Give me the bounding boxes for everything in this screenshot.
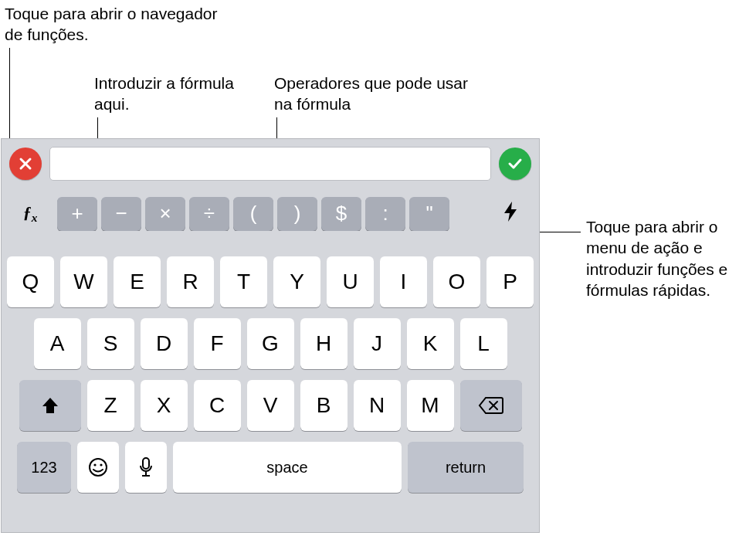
key-e[interactable]: E xyxy=(114,256,161,307)
key-m[interactable]: M xyxy=(407,380,454,431)
formula-keyboard-panel: ƒx + − × ÷ ( ) $ : " Q W E R T Y U xyxy=(1,138,540,533)
key-n[interactable]: N xyxy=(354,380,401,431)
formula-input[interactable] xyxy=(49,147,491,181)
operator-rparen[interactable]: ) xyxy=(277,197,317,231)
key-g[interactable]: G xyxy=(247,318,294,369)
mic-icon xyxy=(137,456,154,478)
operator-plus[interactable]: + xyxy=(57,197,97,231)
formula-bar xyxy=(2,139,539,188)
operator-strip: + − × ÷ ( ) $ : " xyxy=(57,197,483,231)
operator-dollar[interactable]: $ xyxy=(321,197,361,231)
key-y[interactable]: Y xyxy=(273,256,320,307)
key-row-4: 123 space return xyxy=(5,442,536,493)
key-t[interactable]: T xyxy=(220,256,267,307)
key-f[interactable]: F xyxy=(194,318,241,369)
dictation-key[interactable] xyxy=(125,442,167,493)
operator-colon[interactable]: : xyxy=(365,197,405,231)
callout-fx: Toque para abrir o navegador de funções. xyxy=(5,3,229,46)
function-browser-button[interactable]: ƒx xyxy=(9,202,51,226)
check-icon xyxy=(507,155,524,172)
key-r[interactable]: R xyxy=(167,256,214,307)
key-u[interactable]: U xyxy=(327,256,374,307)
svg-point-2 xyxy=(100,463,102,466)
key-a[interactable]: A xyxy=(34,318,81,369)
callout-actionmenu: Toque para abrir o menu de ação e introd… xyxy=(586,216,748,300)
key-123[interactable]: 123 xyxy=(17,442,71,493)
operator-times[interactable]: × xyxy=(145,197,185,231)
key-v[interactable]: V xyxy=(247,380,294,431)
key-o[interactable]: O xyxy=(433,256,480,307)
operator-quote[interactable]: " xyxy=(409,197,449,231)
key-b[interactable]: B xyxy=(300,380,347,431)
key-h[interactable]: H xyxy=(300,318,347,369)
cancel-button[interactable] xyxy=(9,148,42,180)
key-p[interactable]: P xyxy=(486,256,534,307)
qwerty-keyboard: Q W E R T Y U I O P A S D F G H J K L xyxy=(2,249,539,493)
shift-key[interactable] xyxy=(19,380,81,431)
key-row-1: Q W E R T Y U I O P xyxy=(5,256,536,307)
x-icon xyxy=(18,156,33,171)
key-z[interactable]: Z xyxy=(87,380,134,431)
callout-formula: Introduzir a fórmula aqui. xyxy=(94,73,256,115)
key-d[interactable]: D xyxy=(141,318,188,369)
operator-divide[interactable]: ÷ xyxy=(189,197,229,231)
key-w[interactable]: W xyxy=(60,256,107,307)
key-k[interactable]: K xyxy=(407,318,454,369)
key-l[interactable]: L xyxy=(460,318,507,369)
confirm-button[interactable] xyxy=(499,148,531,180)
quick-action-button[interactable] xyxy=(490,200,531,228)
key-row-3: Z X C V B N M xyxy=(5,380,536,431)
return-key[interactable]: return xyxy=(408,442,524,493)
emoji-key[interactable] xyxy=(77,442,119,493)
svg-point-0 xyxy=(90,459,107,476)
key-s[interactable]: S xyxy=(87,318,134,369)
key-row-2: A S D F G H J K L xyxy=(5,318,536,369)
operator-lparen[interactable]: ( xyxy=(233,197,273,231)
emoji-icon xyxy=(87,456,109,478)
key-c[interactable]: C xyxy=(194,380,241,431)
shift-icon xyxy=(39,395,61,416)
key-q[interactable]: Q xyxy=(7,256,54,307)
operator-row: ƒx + − × ÷ ( ) $ : " xyxy=(2,195,539,233)
backspace-key[interactable] xyxy=(460,380,522,431)
operator-minus[interactable]: − xyxy=(101,197,141,231)
key-i[interactable]: I xyxy=(380,256,427,307)
backspace-icon xyxy=(478,396,504,415)
space-key[interactable]: space xyxy=(173,442,402,493)
lightning-icon xyxy=(500,200,520,223)
key-j[interactable]: J xyxy=(354,318,401,369)
svg-rect-3 xyxy=(143,458,149,469)
key-x[interactable]: X xyxy=(141,380,188,431)
svg-point-1 xyxy=(93,463,96,466)
callout-operators: Operadores que pode usar na fórmula xyxy=(274,73,475,115)
